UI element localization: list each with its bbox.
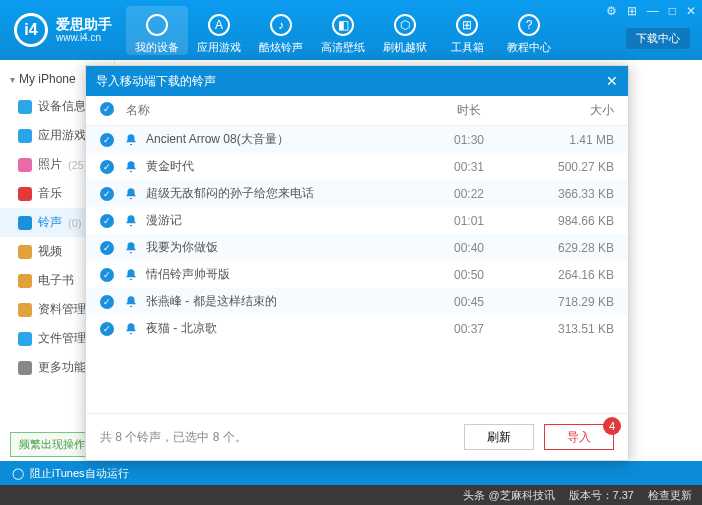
nav-icon: ◧ (332, 14, 354, 36)
sidebar-icon (18, 245, 32, 259)
column-headers: ✓ 名称 时长 大小 (86, 96, 628, 126)
row-checkbox[interactable]: ✓ (100, 133, 114, 147)
bell-icon (124, 160, 138, 174)
sidebar-icon (18, 216, 32, 230)
dialog-footer: 共 8 个铃声，已选中 8 个。 刷新 导入 4 (86, 413, 628, 460)
ringtone-size: 313.51 KB (524, 322, 614, 336)
sidebar-icon (18, 129, 32, 143)
ringtone-size: 500.27 KB (524, 160, 614, 174)
credit: 头条 @芝麻科技讯 (463, 488, 554, 503)
sidebar-icon (18, 100, 32, 114)
ringtone-row[interactable]: ✓夜猫 - 北凉歌00:37313.51 KB (86, 315, 628, 342)
col-name[interactable]: 名称 (126, 102, 414, 119)
ringtone-duration: 01:30 (414, 133, 524, 147)
ringtone-size: 984.66 KB (524, 214, 614, 228)
select-all-checkbox[interactable]: ✓ (100, 102, 114, 116)
bell-icon (124, 133, 138, 147)
ringtone-name: 超级无敌郁闷的孙子给您来电话 (146, 185, 314, 202)
nav-icon: ⬡ (394, 14, 416, 36)
ringtone-size: 366.33 KB (524, 187, 614, 201)
ringtone-duration: 00:45 (414, 295, 524, 309)
col-size[interactable]: 大小 (524, 102, 614, 119)
app-name: 爱思助手 (56, 17, 112, 32)
sidebar-icon (18, 303, 32, 317)
logo-icon: i4 (14, 13, 48, 47)
ringtone-duration: 01:01 (414, 214, 524, 228)
sidebar-icon (18, 158, 32, 172)
ringtone-duration: 00:31 (414, 160, 524, 174)
nav-0[interactable]: 我的设备 (126, 6, 188, 55)
row-checkbox[interactable]: ✓ (100, 295, 114, 309)
check-update[interactable]: 检查更新 (648, 488, 692, 503)
sidebar-icon (18, 274, 32, 288)
ringtone-row[interactable]: ✓张燕峰 - 都是这样结束的00:45718.29 KB (86, 288, 628, 315)
ringtone-duration: 00:40 (414, 241, 524, 255)
nav-icon: A (208, 14, 230, 36)
ringtone-row[interactable]: ✓黄金时代00:31500.27 KB (86, 153, 628, 180)
dialog-close-icon[interactable]: ✕ (606, 73, 618, 89)
bell-icon (124, 295, 138, 309)
ringtone-size: 264.16 KB (524, 268, 614, 282)
row-checkbox[interactable]: ✓ (100, 187, 114, 201)
col-duration[interactable]: 时长 (414, 102, 524, 119)
maximize-button[interactable]: □ (669, 4, 676, 18)
sidebar-icon (18, 332, 32, 346)
ringtone-size: 718.29 KB (524, 295, 614, 309)
nav-icon: ? (518, 14, 540, 36)
version: 版本号：7.37 (569, 488, 634, 503)
ringtone-name: 张燕峰 - 都是这样结束的 (146, 293, 277, 310)
download-center-button[interactable]: 下载中心 (626, 28, 690, 49)
ringtone-duration: 00:37 (414, 322, 524, 336)
skin-icon[interactable]: ⊞ (627, 4, 637, 18)
ringtone-row[interactable]: ✓漫游记01:01984.66 KB (86, 207, 628, 234)
app-url: www.i4.cn (56, 32, 112, 43)
ringtone-list: ✓Ancient Arrow 08(大音量）01:301.41 MB✓黄金时代0… (86, 126, 628, 413)
settings-icon[interactable]: ⚙ (606, 4, 617, 18)
nav-5[interactable]: ⊞工具箱 (436, 6, 498, 55)
close-button[interactable]: ✕ (686, 4, 696, 18)
ringtone-name: 我要为你做饭 (146, 239, 218, 256)
row-checkbox[interactable]: ✓ (100, 214, 114, 228)
nav-icon: ⊞ (456, 14, 478, 36)
row-checkbox[interactable]: ✓ (100, 160, 114, 174)
bell-icon (124, 268, 138, 282)
nav-3[interactable]: ◧高清壁纸 (312, 6, 374, 55)
app-logo: i4 爱思助手 www.i4.cn (0, 13, 126, 47)
bell-icon (124, 241, 138, 255)
sidebar-icon (18, 187, 32, 201)
step-badge: 4 (603, 417, 621, 435)
nav-1[interactable]: A应用游戏 (188, 6, 250, 55)
ringtone-size: 629.28 KB (524, 241, 614, 255)
ringtone-name: 漫游记 (146, 212, 182, 229)
ringtone-row[interactable]: ✓我要为你做饭00:40629.28 KB (86, 234, 628, 261)
minimize-button[interactable]: — (647, 4, 659, 18)
ringtone-name: 情侣铃声帅哥版 (146, 266, 230, 283)
ringtone-duration: 00:22 (414, 187, 524, 201)
refresh-button[interactable]: 刷新 (464, 424, 534, 450)
nav-4[interactable]: ⬡刷机越狱 (374, 6, 436, 55)
dialog-header: 导入移动端下载的铃声 ✕ (86, 66, 628, 96)
nav-icon (146, 14, 168, 36)
topbar: i4 爱思助手 www.i4.cn 我的设备A应用游戏♪酷炫铃声◧高清壁纸⬡刷机… (0, 0, 702, 60)
ringtone-row[interactable]: ✓情侣铃声帅哥版00:50264.16 KB (86, 261, 628, 288)
window-controls: ⚙ ⊞ — □ ✕ (606, 4, 696, 18)
import-dialog: 导入移动端下载的铃声 ✕ ✓ 名称 时长 大小 ✓Ancient Arrow 0… (85, 65, 629, 461)
footer-bar: 头条 @芝麻科技讯 版本号：7.37 检查更新 (0, 485, 702, 505)
ringtone-row[interactable]: ✓Ancient Arrow 08(大音量）01:301.41 MB (86, 126, 628, 153)
bell-icon (124, 214, 138, 228)
ringtone-row[interactable]: ✓超级无敌郁闷的孙子给您来电话00:22366.33 KB (86, 180, 628, 207)
bell-icon (124, 187, 138, 201)
import-button[interactable]: 导入 4 (544, 424, 614, 450)
row-checkbox[interactable]: ✓ (100, 268, 114, 282)
status-bar: ◯ 阻止iTunes自动运行 (0, 461, 702, 485)
ringtone-size: 1.41 MB (524, 133, 614, 147)
row-checkbox[interactable]: ✓ (100, 241, 114, 255)
status-text[interactable]: 阻止iTunes自动运行 (30, 466, 129, 481)
bell-icon (124, 322, 138, 336)
row-checkbox[interactable]: ✓ (100, 322, 114, 336)
nav-6[interactable]: ?教程中心 (498, 6, 560, 55)
nav-icon: ♪ (270, 14, 292, 36)
selection-summary: 共 8 个铃声，已选中 8 个。 (100, 429, 247, 446)
nav-2[interactable]: ♪酷炫铃声 (250, 6, 312, 55)
ringtone-duration: 00:50 (414, 268, 524, 282)
